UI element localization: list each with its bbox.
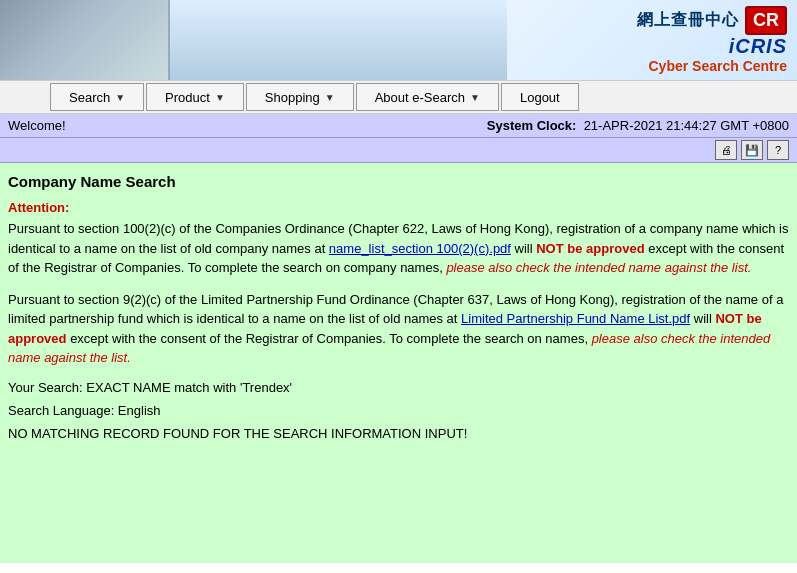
chinese-title: 網上查冊中心 bbox=[637, 10, 739, 31]
welcome-text: Welcome! bbox=[8, 118, 66, 133]
search-language: Search Language: English bbox=[8, 403, 789, 418]
para1-check-link: please also check the intended name agai… bbox=[446, 260, 751, 275]
save-icon[interactable]: 💾 bbox=[741, 140, 763, 160]
attention-section: Attention: Pursuant to section 100(2)(c)… bbox=[8, 200, 789, 278]
header-logo: 網上查冊中心 CR iCRIS Cyber Search Centre bbox=[507, 0, 797, 80]
attention-label: Attention: bbox=[8, 200, 789, 215]
toolbar-icons: 🖨 💾 ? bbox=[0, 138, 797, 163]
page-title: Company Name Search bbox=[8, 173, 789, 190]
shopping-arrow-icon: ▼ bbox=[325, 92, 335, 103]
para2-section: Pursuant to section 9(2)(c) of the Limit… bbox=[8, 290, 789, 368]
para1-not-approved: NOT be approved bbox=[536, 241, 644, 256]
para2-mid: will bbox=[690, 311, 715, 326]
system-bar: Welcome! System Clock: 21-APR-2021 21:44… bbox=[0, 114, 797, 138]
nav-search[interactable]: Search ▼ bbox=[50, 83, 144, 111]
header: 網上查冊中心 CR iCRIS Cyber Search Centre bbox=[0, 0, 797, 80]
cr-badge: CR bbox=[745, 6, 787, 35]
nav-about-esearch[interactable]: About e-Search ▼ bbox=[356, 83, 499, 111]
help-icon[interactable]: ? bbox=[767, 140, 789, 160]
logo-top: 網上查冊中心 CR bbox=[637, 6, 787, 35]
clock-value: 21-APR-2021 21:44:27 GMT +0800 bbox=[584, 118, 789, 133]
no-record-message: NO MATCHING RECORD FOUND FOR THE SEARCH … bbox=[8, 426, 789, 441]
lpf-link[interactable]: Limited Partnership Fund Name List.pdf bbox=[461, 311, 690, 326]
navbar: Search ▼ Product ▼ Shopping ▼ About e-Se… bbox=[0, 80, 797, 114]
para2-after: except with the consent of the Registrar… bbox=[67, 331, 592, 346]
product-arrow-icon: ▼ bbox=[215, 92, 225, 103]
clock-label: System Clock: bbox=[487, 118, 577, 133]
nav-shopping[interactable]: Shopping ▼ bbox=[246, 83, 354, 111]
nav-product[interactable]: Product ▼ bbox=[146, 83, 244, 111]
system-clock: System Clock: 21-APR-2021 21:44:27 GMT +… bbox=[487, 118, 789, 133]
search-arrow-icon: ▼ bbox=[115, 92, 125, 103]
para2: Pursuant to section 9(2)(c) of the Limit… bbox=[8, 290, 789, 368]
para1: Pursuant to section 100(2)(c) of the Com… bbox=[8, 219, 789, 278]
print-icon[interactable]: 🖨 bbox=[715, 140, 737, 160]
nav-logout[interactable]: Logout bbox=[501, 83, 579, 111]
main-content: Company Name Search Attention: Pursuant … bbox=[0, 163, 797, 563]
para1-mid: will bbox=[511, 241, 536, 256]
icris-label: iCRIS bbox=[729, 35, 787, 58]
about-arrow-icon: ▼ bbox=[470, 92, 480, 103]
cyber-search-subtitle: Cyber Search Centre bbox=[648, 58, 787, 74]
search-info: Your Search: EXACT NAME match with 'Tren… bbox=[8, 380, 789, 395]
name-list-link[interactable]: name_list_section 100(2)(c).pdf bbox=[329, 241, 511, 256]
header-bg-left bbox=[0, 0, 170, 80]
